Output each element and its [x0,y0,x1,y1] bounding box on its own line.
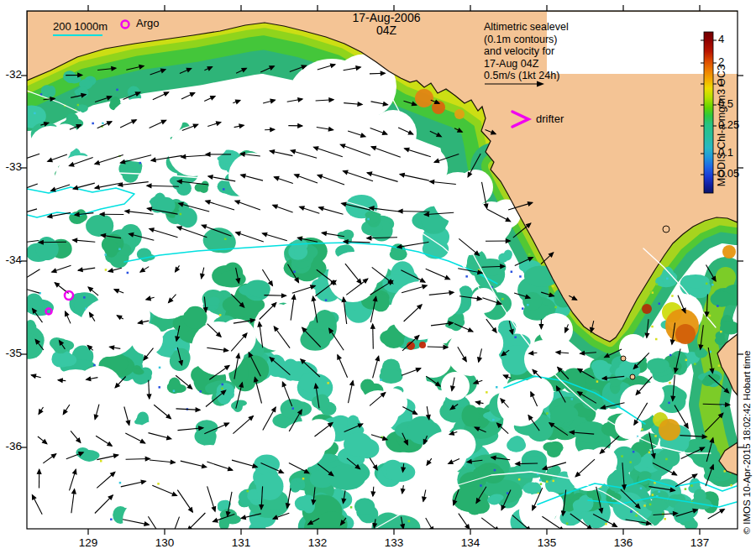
annotation-block: Altimetric sealevel (0.1m contours) and … [484,21,569,82]
x-tick-label: 136 [606,537,640,549]
x-tick-label: 134 [454,537,487,549]
annotation-line: Altimetric sealevel [484,21,569,34]
annotation-line: (0.1m contours) [484,34,569,46]
y-tick-label: -35 [0,348,22,359]
argo-label: Argo [136,18,159,29]
y-tick-label: -33 [0,161,22,173]
x-tick-label: 131 [224,537,258,549]
map-canvas [0,0,756,554]
colorbar-tick-label: 1 [718,77,724,89]
annotation-line: 0.5m/s (1kt 24h) [484,70,569,82]
copyright-text: © IMOS 10-Apr-2015 18:02:42 Hobart time [742,329,752,554]
x-tick-label: 132 [301,537,334,549]
colorbar-tick-label: 0.5 [718,98,733,110]
annotation-line: and velocity for [484,45,569,58]
modis-chlorophyll-map: 17-Aug-2006 04Z Altimetric sealevel (0.1… [0,0,756,554]
x-tick-label: 135 [530,537,564,549]
colorbar-tick-label: 2 [718,56,724,68]
y-tick-label: -36 [0,441,22,452]
scalebar-label: 200 1000m [53,21,108,33]
colorbar-tick-label: 4 [718,34,724,45]
x-tick-label: 129 [71,537,105,549]
colorbar-tick-label: 0.05 [718,168,739,180]
drifter-label: drifter [536,113,564,125]
x-tick-label: 133 [377,537,411,549]
x-tick-label: 137 [683,537,717,549]
y-tick-label: -34 [0,254,22,266]
colorbar-tick-label: 0.1 [718,147,733,159]
colorbar-tick-label: 0.25 [718,119,739,131]
map-date: 17-Aug-2006 [323,12,449,24]
x-tick-label: 130 [148,537,181,549]
map-title: 17-Aug-2006 04Z [323,12,449,36]
y-tick-label: -32 [0,69,22,81]
annotation-line: 17-Aug 04Z [484,58,569,71]
map-time: 04Z [323,24,449,37]
